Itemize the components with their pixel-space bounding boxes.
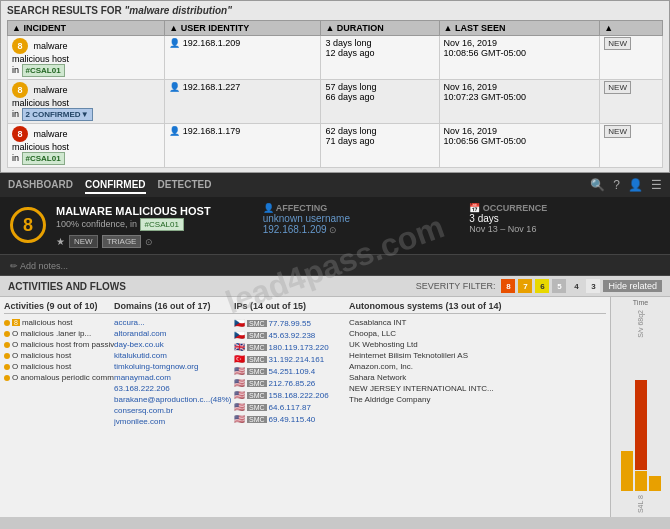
chart-bars xyxy=(621,341,661,491)
dot-icon xyxy=(4,342,10,348)
list-item[interactable]: consersq.com.br xyxy=(114,405,234,416)
incident-confidence: 100% confidence, in #CSAL01 xyxy=(56,217,247,232)
list-item: O malicious host xyxy=(4,350,114,361)
activities-col-header: Activities (9 out of 10) xyxy=(4,301,114,314)
severity-filter: SEVERITY FILTER: 8 7 6 5 4 3 Hide relate… xyxy=(416,279,662,293)
table-row: 8 malwaremalicious hostin #CSAL01 👤 192.… xyxy=(8,36,663,80)
menu-icon[interactable]: ☰ xyxy=(651,178,662,192)
affecting-ip[interactable]: 192.168.1.209 ⊙ xyxy=(263,224,454,235)
dot-icon xyxy=(4,320,10,326)
dot-icon xyxy=(4,353,10,359)
list-item: 🇨🇿SMC77.78.99.55 xyxy=(234,317,349,329)
list-item: Amazon.com, Inc. xyxy=(349,361,606,372)
sev-6-button[interactable]: 6 xyxy=(535,279,549,293)
help-icon[interactable]: ? xyxy=(613,178,620,192)
new-badge: NEW xyxy=(69,235,98,248)
col-incident[interactable]: ▲ INCIDENT xyxy=(8,21,165,36)
status-badge: NEW xyxy=(604,81,631,94)
list-item: Casablanca INT xyxy=(349,317,606,328)
search-title: SEARCH RESULTS FOR "malware distribution… xyxy=(7,5,663,16)
user-icon[interactable]: 👤 xyxy=(628,178,643,192)
triage-button[interactable]: TRIAGE xyxy=(102,235,142,248)
add-notes-bar: ✏ Add notes... xyxy=(0,255,670,276)
status-cell: NEW xyxy=(600,80,663,124)
incident-tag[interactable]: #CSAL01 xyxy=(22,64,65,77)
list-item[interactable]: manaymad.com xyxy=(114,372,234,383)
table-row: 8 malwaremalicious hostin #CSAL01 👤 192.… xyxy=(8,124,663,168)
nav-confirmed[interactable]: CONFIRMED xyxy=(85,177,146,194)
status-cell: NEW xyxy=(600,36,663,80)
domains-column: Domains (16 out of 17) accura... altoran… xyxy=(114,301,234,513)
incident-cell: 8 malwaremalicious hostin #CSAL01 xyxy=(8,124,165,168)
incident-cell: 8 malwaremalicious hostin 2 CONFIRMED▼ xyxy=(8,80,165,124)
bar-segment-orange xyxy=(621,451,633,491)
chart-label-s4l8: S4L 8 xyxy=(637,495,644,513)
duration-cell: 57 days long66 days ago xyxy=(321,80,439,124)
list-item: 🇨🇿SMC45.63.92.238 xyxy=(234,329,349,341)
status-badge: NEW xyxy=(604,37,631,50)
list-item[interactable]: 63.168.222.206 xyxy=(114,383,234,394)
col-last-seen[interactable]: ▲ LAST SEEN xyxy=(439,21,600,36)
sev-3-button[interactable]: 3 xyxy=(586,279,600,293)
list-item[interactable]: day-bex.co.uk xyxy=(114,339,234,350)
add-notes-button[interactable]: ✏ Add notes... xyxy=(10,261,68,271)
hide-related-button[interactable]: Hide related xyxy=(603,280,662,292)
list-item: 🇬🇧SMC180.119.173.220 xyxy=(234,341,349,353)
nav-icons: 🔍 ? 👤 ☰ xyxy=(590,178,662,192)
autonomous-col-header: Autonomous systems (13 out of 14) xyxy=(349,301,606,314)
list-item[interactable]: timkoluing-tomgnow.org xyxy=(114,361,234,372)
activities-header: ACTIVITIES AND FLOWS SEVERITY FILTER: 8 … xyxy=(0,276,670,297)
incident-tag-confirmed[interactable]: 2 CONFIRMED▼ xyxy=(22,108,93,121)
last-seen-cell: Nov 16, 201910:06:56 GMT-05:00 xyxy=(439,124,600,168)
col-extra: ▲ xyxy=(600,21,663,36)
bar-segment-orange xyxy=(635,471,647,491)
col-duration[interactable]: ▲ DURATION xyxy=(321,21,439,36)
table-row: 8 malwaremalicious hostin 2 CONFIRMED▼ 👤… xyxy=(8,80,663,124)
list-item[interactable]: jvmonllee.com xyxy=(114,416,234,427)
list-item[interactable]: altorandal.com xyxy=(114,328,234,339)
detail-panel: 8 MALWARE MALICIOUS HOST 100% confidence… xyxy=(0,197,670,255)
incident-section: MALWARE MALICIOUS HOST 100% confidence, … xyxy=(56,203,247,248)
search-panel: SEARCH RESULTS FOR "malware distribution… xyxy=(0,0,670,173)
triage-icon: ⊙ xyxy=(145,237,153,247)
sev-8-button[interactable]: 8 xyxy=(501,279,515,293)
list-item: The Aldridge Company xyxy=(349,394,606,405)
chart-bar xyxy=(621,341,633,491)
severity-icon: 8 xyxy=(12,38,28,54)
sev-7-button[interactable]: 7 xyxy=(518,279,532,293)
sev-4-button[interactable]: 4 xyxy=(569,279,583,293)
col-user[interactable]: ▲ USER IDENTITY xyxy=(165,21,321,36)
search-query: "malware distribution" xyxy=(125,5,232,16)
affecting-user: unknown username xyxy=(263,213,454,224)
nav-items: DASHBOARD CONFIRMED DETECTED xyxy=(8,177,211,194)
incident-tag[interactable]: #CSAL01 xyxy=(22,152,65,165)
list-item[interactable]: kitalukutid.com xyxy=(114,350,234,361)
time-chart: Time S/v 68q2 xyxy=(610,297,670,517)
nav-dashboard[interactable]: DASHBOARD xyxy=(8,177,73,194)
nav-detected[interactable]: DETECTED xyxy=(158,177,212,194)
occurrence-label: 📅 OCCURRENCE xyxy=(469,203,660,213)
status-badge: NEW xyxy=(604,125,631,138)
list-item: 🇺🇸SMC64.6.117.87 xyxy=(234,401,349,413)
incident-tag[interactable]: #CSAL01 xyxy=(140,218,184,231)
dot-icon xyxy=(4,375,10,381)
sev-5-button[interactable]: 5 xyxy=(552,279,566,293)
triage-section: ★ NEW TRIAGE ⊙ xyxy=(56,235,247,248)
status-cell: NEW xyxy=(600,124,663,168)
list-item: 8 malicious host xyxy=(4,317,114,328)
star-icon[interactable]: ★ xyxy=(56,236,65,247)
user-cell: 👤 192.168.1.227 xyxy=(165,80,321,124)
ips-col-header: IPs (14 out of 15) xyxy=(234,301,349,314)
chart-bar xyxy=(635,341,647,491)
search-icon[interactable]: 🔍 xyxy=(590,178,605,192)
list-item: O malicious host from passive DNS xyxy=(4,339,114,350)
chart-label-5v68q2: S/v 68q2 xyxy=(637,310,644,338)
list-item: UK Webhosting Ltd xyxy=(349,339,606,350)
ip-expand-icon[interactable]: ⊙ xyxy=(329,225,337,235)
list-item: O malicious .laner ip... xyxy=(4,328,114,339)
last-seen-cell: Nov 16, 201910:08:56 GMT-05:00 xyxy=(439,36,600,80)
list-item[interactable]: barakane@aproduction.c...(48%) xyxy=(114,394,234,405)
list-item: Heinternet Bilisim Teknotolileri AS xyxy=(349,350,606,361)
list-item[interactable]: accura... xyxy=(114,317,234,328)
bar-segment-orange xyxy=(649,476,661,491)
